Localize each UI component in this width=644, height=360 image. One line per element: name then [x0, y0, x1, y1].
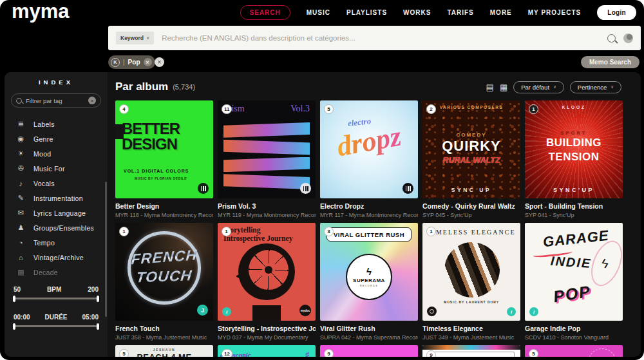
album-cover[interactable]: 5 [525, 345, 623, 357]
sidebar-item-music-for[interactable]: ✇Music For [16, 161, 108, 176]
cover-label-text: SYNC'UP [525, 187, 623, 193]
bpm-min: 50 [14, 286, 21, 293]
album-cover[interactable]: 4 BETTERDESIGN VOL.1 DIGITAL COLORS MUSI… [115, 100, 213, 198]
album-cover[interactable]: 9 [320, 345, 418, 357]
sidebar-item-mood[interactable]: ☀Mood [16, 146, 108, 161]
remove-tag-icon[interactable]: × [144, 58, 152, 66]
list-view-icon[interactable]: ▤ [486, 83, 494, 91]
active-filter-tag[interactable]: K | Pop × [108, 55, 155, 69]
chevron-down-icon: ∨ [146, 35, 149, 41]
clear-all-filters-icon[interactable]: × [155, 57, 164, 67]
myma-logo[interactable]: myma [12, 0, 70, 23]
clear-filter-icon[interactable]: × [88, 97, 96, 104]
album-title[interactable]: Sport - Building Tension [525, 202, 623, 211]
version-count-badge: 1 [222, 227, 231, 236]
sidebar-item-lyrics-language[interactable]: ✉Lyrics Language [16, 205, 108, 220]
info-icon[interactable]: i [529, 307, 538, 316]
album-card-partial[interactable]: 9 [422, 345, 520, 357]
nav-playlists[interactable]: PLAYLISTS [346, 9, 387, 16]
album-cover[interactable]: 1 FRENCH TOUCH J [115, 223, 213, 321]
info-icon[interactable]: i [507, 307, 516, 316]
album-title[interactable]: Viral Glitter Rush [320, 325, 418, 333]
album-card-partial[interactable]: 5 [525, 345, 623, 357]
album-card-better-design[interactable]: 4 BETTERDESIGN VOL.1 DIGITAL COLORS MUSI… [115, 100, 213, 219]
login-button[interactable]: Login [597, 5, 636, 20]
album-ref: SYP 041 - Sync'Up [525, 212, 623, 219]
album-card-sport-building-tension[interactable]: 1 KLOOZ SPORT BUILDING TENSION SYNC'UP S… [525, 100, 623, 219]
album-title[interactable]: Electro Dropz [320, 202, 418, 211]
audio-search-icon[interactable] [623, 33, 633, 43]
sidebar-scrollbar[interactable] [105, 182, 107, 317]
label-logo-icon [427, 307, 437, 316]
nav-more[interactable]: MORE [490, 9, 512, 16]
info-icon[interactable]: i [222, 307, 231, 316]
album-card-prism-vol-3[interactable]: 11 Prism Vol.3 Prism Vol. 3 MYR 119 - My… [218, 100, 316, 219]
album-title[interactable]: Better Design [115, 202, 213, 211]
keyword-dropdown[interactable]: Keyword ∨ [116, 32, 154, 44]
sidebar-item-labels[interactable]: ≣Labels [16, 117, 108, 131]
album-cover[interactable]: GARAGE INDIE ϟ POP i [525, 223, 623, 321]
album-card-comedy-quirky-rural-waltz[interactable]: 2 VARIOUS COMPOSERS COMEDY QUIRKY RURAL … [422, 100, 520, 219]
sidebar-item-vintage-archive[interactable]: ⌂Vintage/Archive [16, 250, 108, 265]
album-cover[interactable]: 2 VARIOUS COMPOSERS COMEDY QUIRKY RURAL … [422, 100, 520, 198]
album-card-partial[interactable]: 12 ereoscopic ♯ [218, 345, 316, 357]
bpm-range-slider[interactable] [14, 298, 99, 299]
album-title[interactable]: Timeless Elegance [422, 325, 520, 333]
album-title[interactable]: Prism Vol. 3 [218, 202, 316, 211]
album-card-partial[interactable]: 9 [320, 345, 418, 357]
album-title[interactable]: Garage Indie Pop [525, 325, 623, 333]
album-ref: SYP 045 - Sync'Up [422, 212, 520, 219]
album-title[interactable]: Comedy - Quirky Rural Waltz [422, 202, 520, 211]
sidebar-item-tempo[interactable]: ◔Tempo [16, 235, 108, 250]
search-input[interactable] [162, 34, 600, 42]
album-card-partial[interactable]: 5 JESHAUN REACH 4 ME [115, 345, 213, 357]
sort-relevance-dropdown[interactable]: Pertinence∨ [570, 81, 621, 93]
album-card-storytelling[interactable]: 1 Storytelling Introspective Journey i m… [218, 223, 316, 341]
album-cover[interactable]: 1 TIMELESS ELEGANCE MUSIC BY LAURENT DUR… [422, 223, 520, 321]
sidebar-item-genre[interactable]: ◉Genre [16, 131, 108, 146]
nav-search[interactable]: SEARCH [240, 5, 290, 20]
album-title[interactable]: Storytelling - Instrospective Journey [218, 325, 316, 333]
nav-my-projects[interactable]: MY PROJECTS [528, 9, 582, 16]
album-cover[interactable]: 5 electro dropz [320, 100, 418, 198]
duration-range-slider[interactable] [14, 325, 99, 327]
cover-volume-text: Vol.3 [290, 104, 310, 114]
wheel-art [249, 250, 289, 290]
sidebar-item-groups-ensembles[interactable]: ♟Groups/Ensembles [16, 220, 108, 235]
album-ref: MYR 118 - Myma Montmorency Records [115, 212, 213, 219]
sort-default-dropdown[interactable]: Par défaut∨ [513, 81, 564, 93]
album-cover[interactable]: 9 [422, 345, 520, 357]
version-count-badge: 12 [222, 349, 232, 357]
nav-tarifs[interactable]: TARIFS [447, 9, 473, 16]
cover-title-text: BUILDING [525, 137, 623, 149]
album-card-garage-indie-pop[interactable]: GARAGE INDIE ϟ POP i Garage Indie Pop SC… [525, 223, 623, 341]
tag-filter-input[interactable] [26, 97, 84, 104]
sidebar-item-instrumentation[interactable]: ✎Instrumentation [16, 191, 108, 205]
duration-max: 05:00 [82, 314, 99, 321]
album-cover[interactable]: 12 ereoscopic ♯ [218, 345, 316, 357]
album-cover[interactable]: 1 Storytelling Introspective Journey i m… [218, 223, 316, 321]
album-card-electro-dropz[interactable]: 5 electro dropz Electro Dropz MYR 117 - … [320, 100, 418, 219]
album-card-french-touch[interactable]: 1 FRENCH TOUCH J French Touch JUST 358 -… [115, 223, 213, 341]
sidebar-item-decade[interactable]: ▦Decade [16, 265, 108, 279]
memo-search-button[interactable]: Memo Search [581, 56, 639, 68]
album-card-timeless-elegance[interactable]: 1 TIMELESS ELEGANCE MUSIC BY LAURENT DUR… [422, 223, 520, 341]
lyrics-language-icon: ✉ [16, 209, 26, 217]
grid-view-icon[interactable]: ▦ [500, 83, 507, 91]
album-cover[interactable]: 3 VIRAL GLITTER RUSH ϟ SUPERAMA RECORDS [320, 223, 418, 321]
album-ref: JUST 358 - Myma Justement Music [115, 334, 213, 341]
nav-music[interactable]: MUSIC [307, 9, 330, 16]
album-cover[interactable]: 11 Prism Vol.3 [218, 100, 316, 198]
cover-artist-text: KLOOZ [525, 105, 623, 109]
nav-works[interactable]: WORKS [403, 9, 431, 16]
album-cover[interactable]: 1 KLOOZ SPORT BUILDING TENSION SYNC'UP [525, 100, 623, 198]
album-title[interactable]: French Touch [115, 325, 213, 333]
main-nav: SEARCH MUSIC PLAYLISTS WORKS TARIFS MORE… [240, 0, 637, 24]
album-card-viral-glitter-rush[interactable]: 3 VIRAL GLITTER RUSH ϟ SUPERAMA RECORDS … [320, 223, 418, 341]
search-icon[interactable] [607, 34, 616, 43]
album-cover[interactable]: 5 JESHAUN REACH 4 ME [115, 345, 213, 357]
index-sidebar: INDEX × ≣Labels ◉Genre ☀Mood ✇Music For … [5, 72, 108, 357]
cover-title-text: TIMELESS ELEGANCE [422, 229, 520, 236]
sidebar-item-vocals[interactable]: ♪Vocals [16, 176, 108, 191]
cover-credit-text: MUSIC BY LAURENT DURY [422, 300, 520, 304]
